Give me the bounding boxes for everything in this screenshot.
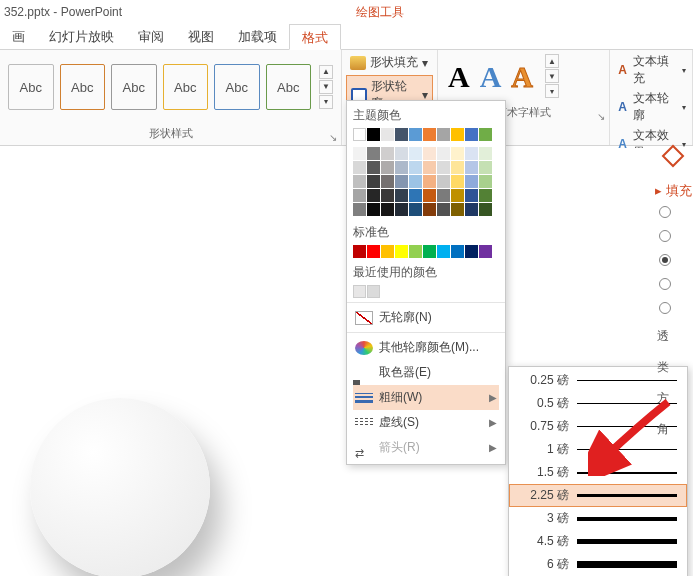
color-swatch[interactable] [409,175,422,188]
weight-option[interactable]: 1 磅 [509,438,687,461]
color-swatch[interactable] [465,245,478,258]
color-swatch[interactable] [367,147,380,160]
color-swatch[interactable] [437,175,450,188]
tab-anim[interactable]: 画 [0,24,37,49]
shape-fill-button[interactable]: 形状填充▾ [346,52,433,73]
circle-shape[interactable] [30,398,210,576]
fill-radio[interactable] [659,206,671,218]
color-swatch[interactable] [465,203,478,216]
color-swatch[interactable] [381,189,394,202]
text-fill-button[interactable]: A文本填充▾ [616,52,686,88]
color-swatch[interactable] [437,147,450,160]
color-swatch[interactable] [437,245,450,258]
color-swatch[interactable] [451,128,464,141]
wordart-style[interactable]: A [480,60,502,94]
dashes-item[interactable]: 虚线(S)▶ [353,410,499,435]
color-swatch[interactable] [381,245,394,258]
color-swatch[interactable] [451,175,464,188]
weight-option[interactable]: 1.5 磅 [509,461,687,484]
color-swatch[interactable] [367,245,380,258]
fill-radio[interactable] [659,302,671,314]
arrows-item[interactable]: 箭头(R)▶ [353,435,499,460]
color-swatch[interactable] [437,161,450,174]
color-swatch[interactable] [479,161,492,174]
weight-option[interactable]: 6 磅 [509,553,687,576]
style-preset[interactable]: Abc [60,64,106,110]
gallery-more-icon[interactable]: ▾ [545,84,559,98]
color-swatch[interactable] [381,203,394,216]
color-swatch[interactable] [381,128,394,141]
color-swatch[interactable] [437,128,450,141]
color-swatch[interactable] [451,161,464,174]
color-swatch[interactable] [367,128,380,141]
dialog-launcher-icon[interactable]: ↘ [329,132,337,143]
color-swatch[interactable] [367,175,380,188]
color-swatch[interactable] [381,161,394,174]
text-outline-button[interactable]: A文本轮廓▾ [616,89,686,125]
fill-radio[interactable] [659,254,671,266]
color-swatch[interactable] [423,189,436,202]
color-swatch[interactable] [423,147,436,160]
no-outline-item[interactable]: 无轮廓(N) [353,305,499,330]
color-swatch[interactable] [367,285,380,298]
color-swatch[interactable] [451,147,464,160]
color-swatch[interactable] [395,147,408,160]
color-swatch[interactable] [395,203,408,216]
style-preset[interactable]: Abc [266,64,312,110]
color-swatch[interactable] [353,175,366,188]
color-swatch[interactable] [395,245,408,258]
color-swatch[interactable] [395,189,408,202]
color-swatch[interactable] [353,285,366,298]
tab-review[interactable]: 审阅 [126,24,176,49]
color-swatch[interactable] [353,189,366,202]
color-swatch[interactable] [409,128,422,141]
color-swatch[interactable] [451,189,464,202]
fill-section-label[interactable]: ▸ 填充 [653,172,693,206]
color-swatch[interactable] [367,161,380,174]
fill-radio[interactable] [659,278,671,290]
color-swatch[interactable] [423,175,436,188]
weight-option[interactable]: 2.25 磅 [509,484,687,507]
color-swatch[interactable] [381,175,394,188]
more-colors-item[interactable]: 其他轮廓颜色(M)... [353,335,499,360]
weight-item[interactable]: 粗细(W)▶ [353,385,499,410]
color-swatch[interactable] [395,175,408,188]
color-swatch[interactable] [465,147,478,160]
color-swatch[interactable] [353,161,366,174]
color-swatch[interactable] [437,203,450,216]
eyedropper-item[interactable]: 取色器(E) [353,360,499,385]
color-swatch[interactable] [409,147,422,160]
style-preset[interactable]: Abc [111,64,157,110]
color-swatch[interactable] [423,128,436,141]
color-swatch[interactable] [479,128,492,141]
gallery-down-icon[interactable]: ▼ [319,80,333,94]
color-swatch[interactable] [353,147,366,160]
style-preset[interactable]: Abc [214,64,260,110]
weight-option[interactable]: 3 磅 [509,507,687,530]
color-swatch[interactable] [479,189,492,202]
color-swatch[interactable] [479,245,492,258]
color-swatch[interactable] [395,128,408,141]
dialog-launcher-icon[interactable]: ↘ [597,111,605,122]
gallery-up-icon[interactable]: ▲ [545,54,559,68]
color-swatch[interactable] [479,175,492,188]
tab-format[interactable]: 格式 [289,24,341,50]
gallery-more-icon[interactable]: ▾ [319,95,333,109]
color-swatch[interactable] [465,161,478,174]
gallery-up-icon[interactable]: ▲ [319,65,333,79]
color-swatch[interactable] [451,203,464,216]
color-swatch[interactable] [367,189,380,202]
color-swatch[interactable] [479,203,492,216]
color-swatch[interactable] [465,189,478,202]
color-swatch[interactable] [437,189,450,202]
color-swatch[interactable] [367,203,380,216]
fill-pane-icon[interactable] [659,144,687,168]
color-swatch[interactable] [409,189,422,202]
wordart-style[interactable]: A [511,60,533,94]
color-swatch[interactable] [395,161,408,174]
color-swatch[interactable] [409,245,422,258]
color-swatch[interactable] [381,147,394,160]
style-preset[interactable]: Abc [163,64,209,110]
fill-radio[interactable] [659,230,671,242]
tab-slideshow[interactable]: 幻灯片放映 [37,24,126,49]
